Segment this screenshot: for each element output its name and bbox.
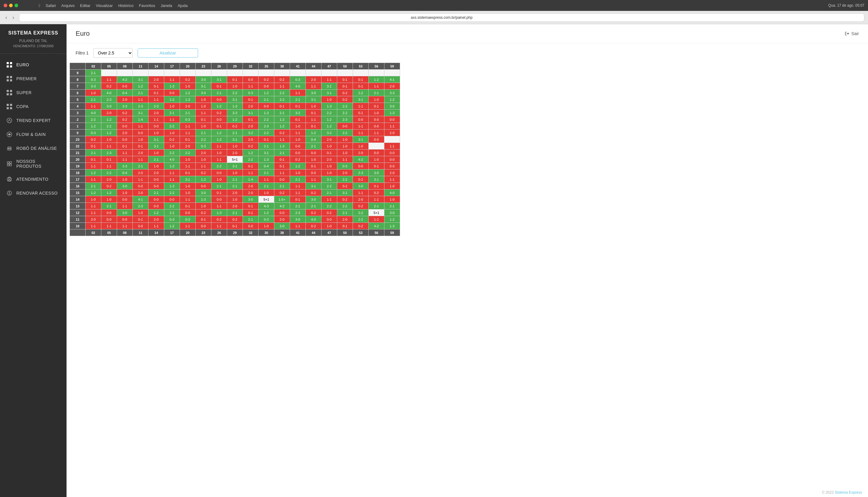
table-cell: 3-1	[196, 83, 211, 89]
minimize-button[interactable]	[9, 4, 13, 7]
table-cell: 2-0	[227, 150, 243, 156]
filter-select[interactable]: Over 0.5 Over 1.5 Over 2.5 Over 3.5 Unde…	[93, 48, 133, 58]
table-cell: 0-0	[211, 170, 227, 176]
menu-editar[interactable]: Editar	[80, 3, 90, 8]
table-cell: 0-0	[369, 136, 384, 143]
table-cell: 2-0	[133, 170, 148, 176]
table-cell: 1-1	[211, 223, 227, 229]
table-cell: 2-1	[148, 156, 164, 163]
table-cell: 0-1	[290, 196, 306, 203]
col-footer: 26	[211, 229, 227, 236]
table-cell: 1-2	[101, 116, 117, 123]
table-cell: 2-2	[274, 96, 290, 103]
table-cell: 3-2	[322, 130, 337, 136]
col-footer: 32	[243, 229, 259, 236]
svg-point-19	[8, 148, 9, 149]
table-cell: 0-3	[86, 130, 101, 136]
data-grid: 0205081114172023262932353841444750535659…	[70, 63, 400, 236]
forward-button[interactable]: ›	[11, 14, 16, 21]
table-cell: 0-0	[353, 116, 369, 123]
table-cell: 1-1	[164, 76, 180, 83]
logout-button[interactable]: Sair	[845, 31, 859, 36]
table-cell: 0-1	[211, 189, 227, 196]
row-header: 21	[70, 150, 86, 156]
menu-safari[interactable]: Safari	[46, 3, 56, 8]
table-cell: 1-0	[211, 150, 227, 156]
table-row: 141-01-00-04-10-00-01-11-30-01-03-05+11-…	[70, 196, 400, 203]
table-cell: 0-0	[164, 196, 180, 203]
table-cell: 2-0	[180, 103, 196, 110]
table-cell: 0-0	[259, 83, 274, 89]
svg-rect-22	[10, 162, 12, 164]
sidebar-item-super[interactable]: SUPER	[0, 86, 67, 100]
col-header: 05	[101, 63, 117, 70]
sidebar-item-nossos-produtos[interactable]: NOSSOS PRODUTOS	[0, 155, 67, 172]
menu-ajuda[interactable]: Ajuda	[178, 3, 188, 8]
table-cell: 1-2	[86, 170, 101, 176]
footer-link[interactable]: Sistema Express	[835, 490, 862, 495]
sidebar-item-euro[interactable]: EURO	[0, 58, 67, 72]
table-cell: 2-0	[322, 136, 337, 143]
sidebar-item-flow-gain[interactable]: FLOW & GAIN	[0, 127, 67, 141]
sidebar-item-atendimento[interactable]: ATENDIMENTO	[0, 172, 67, 186]
table-cell: 2-3	[337, 116, 353, 123]
menu-arquivo[interactable]: Arquivo	[61, 3, 75, 8]
back-button[interactable]: ‹	[4, 14, 9, 21]
table-cell: 0-1	[306, 110, 322, 116]
table-cell: 1-1	[290, 189, 306, 196]
menu-favoritos[interactable]: Favoritos	[139, 3, 155, 8]
svg-rect-4	[7, 76, 9, 78]
table-cell: 1-1	[148, 96, 164, 103]
url-bar[interactable]: axs.sistemaexpress.com.br/painel.php	[19, 13, 864, 22]
table-cell: 0-2	[337, 89, 353, 96]
table-cell: 0-2	[101, 183, 117, 189]
menu-visualizar[interactable]: Visualizar	[96, 3, 113, 8]
table-cell: 4-2	[369, 223, 384, 229]
table-cell: 0-2	[353, 223, 369, 229]
table-cell: 0-2	[211, 216, 227, 223]
grid-container[interactable]: 0205081114172023262932353841444750535659…	[67, 63, 868, 488]
sidebar-item-premier[interactable]: PREMIER	[0, 72, 67, 86]
table-cell: 0-1	[86, 156, 101, 163]
table-cell: 1-0	[180, 183, 196, 189]
sidebar-item-flow-gain-label: FLOW & GAIN	[16, 132, 46, 137]
close-button[interactable]	[4, 4, 7, 7]
table-cell: 3-0	[196, 89, 211, 96]
table-cell: 0-1	[148, 83, 164, 89]
table-cell: 3-0	[306, 89, 322, 96]
menu-janela[interactable]: Janela	[161, 3, 172, 8]
sidebar-item-renovar[interactable]: $ RENOVAR ACESSO	[0, 186, 67, 200]
col-footer: 20	[180, 229, 196, 236]
col-footer: 50	[337, 229, 353, 236]
sidebar-item-copa[interactable]: COPA	[0, 100, 67, 114]
table-cell: 2-1	[164, 210, 180, 216]
svg-rect-3	[10, 66, 12, 68]
table-cell: 1-2	[211, 103, 227, 110]
table-cell: 0-0	[243, 76, 259, 83]
table-cell: 3-1	[148, 143, 164, 150]
update-button[interactable]: Atualizar	[137, 48, 198, 57]
table-cell: 0-1	[148, 89, 164, 96]
maximize-button[interactable]	[15, 4, 18, 7]
table-cell: 0-0	[148, 203, 164, 210]
table-cell: 2-2	[353, 216, 369, 223]
table-cell	[306, 70, 322, 76]
sidebar-item-trend-expert[interactable]: TREND EXPERT	[0, 114, 67, 127]
menu-historico[interactable]: Histórico	[118, 3, 134, 8]
table-cell: 0-0	[148, 176, 164, 183]
table-cell: 1-1	[86, 210, 101, 216]
table-cell: 4-1	[133, 196, 148, 203]
table-cell: 3-1	[369, 176, 384, 183]
sidebar-item-trend-label: TREND EXPERT	[16, 118, 51, 123]
col-header: 26	[211, 63, 227, 70]
col-header: 29	[227, 63, 243, 70]
table-cell: 2-1	[86, 96, 101, 103]
table-cell	[369, 143, 384, 150]
menu-apple[interactable]: 	[39, 3, 40, 8]
sidebar-item-robo[interactable]: ROBÔ DE ANÁLISE	[0, 141, 67, 155]
table-cell: 2-2	[259, 116, 274, 123]
table-cell: 2-0	[148, 110, 164, 116]
svg-rect-15	[10, 107, 12, 109]
table-cell: 3-0	[290, 216, 306, 223]
nav-buttons[interactable]: ‹ ›	[4, 14, 16, 21]
